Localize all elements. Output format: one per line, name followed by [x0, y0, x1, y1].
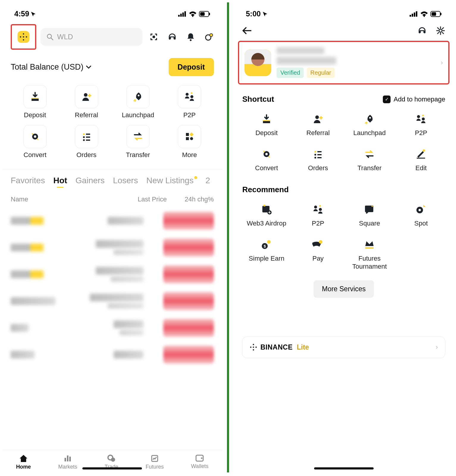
scan-icon[interactable] [149, 32, 159, 42]
table-row[interactable] [11, 207, 214, 234]
back-button[interactable] [242, 26, 252, 35]
shortcut2-transfer[interactable]: Transfer [345, 148, 394, 172]
transfer-icon [364, 149, 375, 159]
status-bar: 5:00 [234, 2, 454, 21]
p2p-icon [313, 204, 323, 215]
recommend-futures-tournament[interactable]: Futures Tournament [345, 238, 394, 271]
signal-icon [178, 11, 187, 17]
bell-icon[interactable] [186, 32, 195, 42]
tab-hot[interactable]: Hot [53, 176, 67, 185]
more-icon [184, 131, 195, 142]
recommend-spot[interactable]: Spot [397, 203, 445, 228]
tab-favorites[interactable]: Favorites [11, 176, 45, 185]
shortcut2-orders[interactable]: Orders [294, 148, 342, 172]
shortcut-referral[interactable]: Referral [62, 85, 111, 119]
tab-gainers[interactable]: Gainers [76, 176, 105, 185]
svg-rect-91 [256, 346, 257, 348]
svg-point-61 [315, 115, 319, 119]
nav-futures[interactable]: Futures [146, 454, 164, 470]
shortcut2-p2p[interactable]: P2P [397, 113, 445, 137]
nav-wallets[interactable]: Wallets [191, 454, 208, 470]
table-row[interactable] [11, 314, 214, 341]
svg-rect-70 [317, 154, 322, 155]
svg-point-71 [314, 157, 316, 159]
svg-point-34 [83, 139, 85, 141]
recommend-simple-earn[interactable]: $Simple Earn [242, 238, 291, 271]
table-row[interactable] [11, 288, 214, 314]
shortcut-deposit[interactable]: Deposit [11, 85, 59, 119]
regular-badge: Regular [307, 68, 335, 78]
recommend-p2p[interactable]: P2P [294, 203, 342, 228]
earn-icon: $ [261, 239, 272, 250]
location-icon [262, 11, 268, 17]
shortcut2-launchpad[interactable]: Launchpad [345, 113, 394, 137]
app-logo-button[interactable] [14, 27, 33, 47]
svg-line-15 [51, 38, 53, 40]
balance-label[interactable]: Total Balance (USD) [11, 62, 91, 72]
orders-icon [313, 149, 323, 159]
status-time: 4:59 [14, 10, 29, 18]
binance-lite-card[interactable]: BINANCE Lite › [242, 336, 445, 358]
airdrop-icon [261, 204, 272, 215]
lite-label: Lite [297, 343, 309, 351]
search-input[interactable]: WLD [40, 28, 142, 46]
svg-rect-90 [250, 346, 252, 348]
home-indicator [314, 467, 374, 469]
spot-icon [416, 204, 426, 215]
shortcut-convert[interactable]: Convert [11, 125, 59, 159]
profile-screen: 5:00 Verified Regular › Shor [234, 2, 454, 472]
table-row[interactable] [11, 234, 214, 261]
support-icon[interactable] [167, 32, 177, 42]
battery-icon [199, 11, 210, 17]
nav-home[interactable]: Home [16, 454, 31, 470]
list-header: Name Last Price 24h chg% [2, 188, 222, 207]
wifi-icon [420, 11, 428, 17]
signal-icon [410, 11, 418, 17]
svg-point-52 [424, 16, 425, 17]
home-indicator [82, 467, 142, 469]
status-time: 5:00 [246, 10, 261, 18]
support-icon[interactable] [417, 26, 427, 35]
svg-rect-22 [32, 98, 39, 101]
svg-point-47 [201, 458, 203, 459]
recommend-web3-airdrop[interactable]: Web3 Airdrop [242, 203, 291, 228]
app-logo-highlight [11, 24, 36, 50]
svg-rect-31 [86, 134, 90, 135]
shortcut-orders[interactable]: Orders [62, 125, 111, 159]
pay-icon [312, 239, 324, 250]
convert-icon [261, 149, 272, 159]
shortcut2-convert[interactable]: Convert [242, 148, 291, 172]
settings-icon[interactable] [436, 26, 445, 35]
svg-point-69 [314, 154, 316, 156]
coin-notification-icon[interactable] [204, 32, 214, 42]
square-icon [364, 204, 375, 214]
wifi-icon [189, 11, 197, 17]
shortcut-launchpad[interactable]: Launchpad [114, 85, 162, 119]
table-row[interactable] [11, 261, 214, 288]
recommend-square[interactable]: Square [345, 203, 394, 228]
add-homepage-toggle[interactable]: ✓ Add to homepage [383, 95, 445, 103]
tab-new-listings[interactable]: New Listings [146, 176, 194, 185]
more-services-button[interactable]: More Services [314, 280, 374, 298]
table-row[interactable] [11, 341, 214, 368]
shortcut-transfer[interactable]: Transfer [114, 125, 162, 159]
svg-point-67 [314, 151, 316, 153]
shortcut2-deposit[interactable]: Deposit [242, 113, 291, 137]
shortcut2-edit[interactable]: Edit [397, 148, 445, 172]
recommend-pay[interactable]: Pay [294, 238, 342, 271]
shortcut-title: Shortcut [242, 95, 274, 104]
tab-losers[interactable]: Losers [113, 176, 138, 185]
tab-more[interactable]: 2 [206, 176, 210, 185]
svg-rect-17 [169, 37, 170, 40]
shortcut-p2p[interactable]: P2P [165, 85, 214, 119]
nav-markets[interactable]: Markets [58, 454, 77, 470]
svg-rect-1 [180, 14, 182, 17]
deposit-button[interactable]: Deposit [169, 58, 214, 76]
profile-card[interactable]: Verified Regular › [238, 41, 449, 84]
svg-point-85 [267, 240, 271, 244]
svg-rect-16 [153, 36, 155, 38]
shortcut-more[interactable]: More [165, 125, 214, 159]
p2p-icon [416, 114, 426, 124]
svg-point-26 [186, 93, 189, 96]
shortcut2-referral[interactable]: Referral [294, 113, 342, 137]
